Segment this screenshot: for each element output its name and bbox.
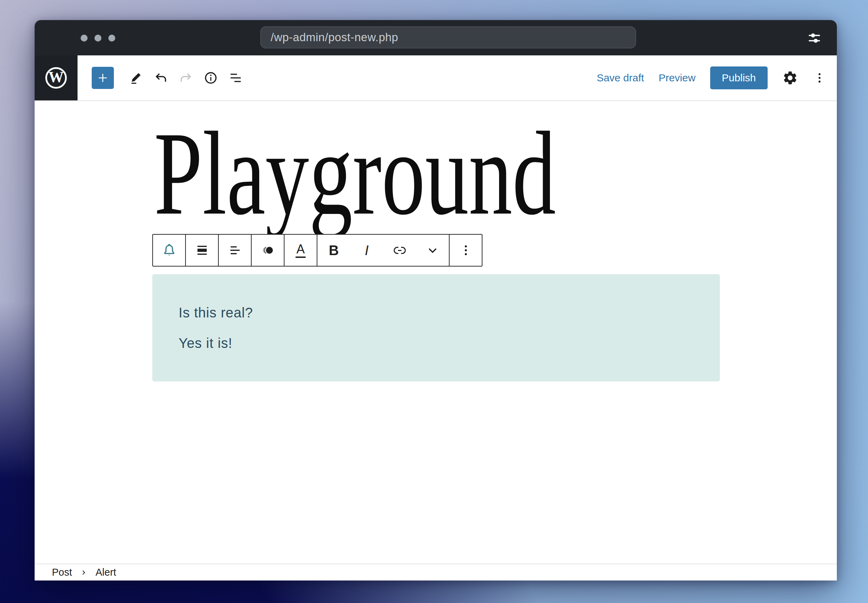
link-icon bbox=[391, 242, 408, 258]
browser-window: /wp-admin/post-new.php W bbox=[35, 20, 837, 580]
editor-tools-group bbox=[92, 56, 248, 100]
list-view-icon bbox=[228, 70, 243, 85]
plus-icon bbox=[96, 71, 110, 85]
block-switcher-button[interactable] bbox=[153, 235, 186, 266]
window-control-dot[interactable] bbox=[94, 35, 101, 42]
address-bar-url: /wp-admin/post-new.php bbox=[271, 31, 398, 44]
bold-icon: B bbox=[329, 243, 339, 257]
publish-button[interactable]: Publish bbox=[710, 66, 768, 89]
italic-button[interactable]: I bbox=[350, 235, 383, 266]
bell-icon bbox=[161, 242, 178, 258]
preview-button[interactable]: Preview bbox=[659, 72, 696, 84]
italic-icon: I bbox=[365, 243, 369, 257]
undo-button[interactable] bbox=[150, 67, 172, 89]
wordpress-logo[interactable]: W bbox=[35, 56, 77, 100]
chevron-down-icon bbox=[425, 243, 440, 258]
contrast-style-button[interactable] bbox=[252, 235, 284, 266]
wordpress-logo-letter: W bbox=[48, 70, 64, 85]
window-control-dot[interactable] bbox=[108, 35, 115, 42]
post-title-field[interactable]: Playground bbox=[154, 114, 556, 233]
pencil-icon bbox=[128, 70, 144, 85]
block-align-button[interactable] bbox=[186, 235, 219, 266]
address-bar[interactable]: /wp-admin/post-new.php bbox=[260, 26, 636, 48]
editor-actions-group: Save draft Preview Publish bbox=[597, 56, 826, 100]
block-inserter-button[interactable] bbox=[92, 67, 114, 89]
more-rich-text-button[interactable] bbox=[416, 235, 449, 266]
save-draft-button[interactable]: Save draft bbox=[597, 72, 644, 84]
alert-text-line[interactable]: Yes it is! bbox=[179, 334, 699, 352]
editor-header: W bbox=[35, 56, 837, 101]
breadcrumb-post[interactable]: Post bbox=[52, 567, 72, 578]
browser-titlebar: /wp-admin/post-new.php bbox=[35, 20, 837, 56]
sliders-icon bbox=[806, 30, 822, 46]
list-view-button[interactable] bbox=[225, 67, 247, 89]
kebab-menu-icon bbox=[812, 71, 826, 85]
alert-block[interactable]: Is this real? Yes it is! bbox=[152, 274, 720, 382]
window-controls bbox=[80, 35, 115, 42]
text-color-button[interactable]: A bbox=[284, 235, 317, 266]
tools-button[interactable] bbox=[125, 67, 147, 89]
bold-button[interactable]: B bbox=[317, 235, 350, 266]
gear-icon bbox=[782, 70, 798, 86]
link-button[interactable] bbox=[383, 235, 416, 266]
kebab-menu-icon bbox=[459, 243, 473, 258]
editor-canvas: Playground bbox=[35, 101, 837, 564]
chevron-right-icon bbox=[80, 568, 88, 577]
contrast-icon bbox=[260, 242, 276, 258]
window-control-dot[interactable] bbox=[80, 35, 88, 42]
redo-icon bbox=[178, 70, 193, 85]
info-icon bbox=[203, 70, 218, 85]
alert-text-line[interactable]: Is this real? bbox=[179, 304, 699, 321]
breadcrumb-alert[interactable]: Alert bbox=[96, 567, 116, 578]
block-align-icon bbox=[194, 242, 210, 258]
redo-button[interactable] bbox=[175, 67, 197, 89]
undo-icon bbox=[153, 70, 168, 85]
wordpress-logo-icon: W bbox=[45, 67, 67, 89]
text-align-button[interactable] bbox=[219, 235, 252, 266]
details-button[interactable] bbox=[200, 67, 222, 89]
browser-settings-button[interactable] bbox=[806, 30, 822, 46]
text-color-icon: A bbox=[295, 243, 305, 258]
block-options-button[interactable] bbox=[449, 235, 482, 266]
options-menu-button[interactable] bbox=[812, 71, 826, 85]
breadcrumb: Post Alert bbox=[35, 564, 837, 580]
block-toolbar: A B I bbox=[152, 234, 482, 266]
text-align-icon bbox=[227, 242, 243, 258]
settings-button[interactable] bbox=[782, 70, 798, 86]
